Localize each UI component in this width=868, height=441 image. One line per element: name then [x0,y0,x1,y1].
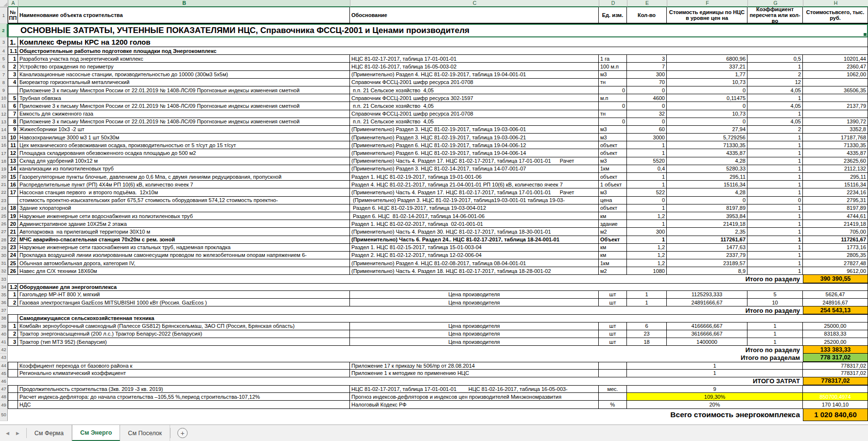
cell-A26[interactable]: 20 [8,220,18,228]
cell-C39[interactable]: Цена производителя [350,322,599,330]
cell-A18[interactable]: 13 [8,157,18,165]
total-label-50[interactable]: Всего стоимость энергокомплекса [350,409,803,421]
column-header-B[interactable]: B [18,0,350,7]
cell-F27[interactable]: 2,35 [667,228,747,236]
cell-H27[interactable]: 705,00 [803,228,868,236]
cell-D19[interactable]: 1км [599,165,627,173]
row-header-29[interactable]: 29 [0,244,8,252]
cell-B45[interactable]: Регионально климатический коэффициент [18,370,350,377]
cell-D28[interactable]: Объект [599,236,627,244]
cell-F13[interactable]: 0 [667,118,747,126]
cell-A15[interactable]: 10 [8,134,18,141]
cell-F20[interactable]: 295,11 [667,173,747,181]
column-header-E[interactable]: E [627,0,667,7]
row-header-8[interactable]: 8 [0,79,8,86]
cell-B22[interactable]: Насосная станция первого и второго подъё… [18,188,350,196]
cell-A21[interactable]: 16 [8,181,18,188]
cell-D15[interactable]: м3 [599,134,627,141]
cell-F10[interactable]: 0,11475 [667,94,747,102]
cell-F15[interactable]: 5,729256 [667,134,747,141]
sheet-tab-0[interactable]: См Ферма [27,425,72,441]
cell-B14[interactable]: Жижесборники 10х3 -2 шт [18,126,350,134]
cell-D27[interactable]: м2 [599,228,627,236]
cell-F22[interactable]: 4,28 [667,188,747,196]
total-row-spacer[interactable] [8,409,350,421]
cell-H48[interactable]: 850700,4974 [803,393,868,401]
cell-C11[interactable]: п.п. 21 Сельское хозяйство 4,05 [350,102,599,110]
cell-H23[interactable]: 2795,31 [803,197,868,204]
column-header-G[interactable]: G [748,0,803,7]
cell-B10[interactable]: Трубная обвязка [18,94,350,102]
cell-D10[interactable]: м.п [599,94,627,102]
cell-A29[interactable]: 23 [8,244,18,252]
cell-A4[interactable]: 1.1. [8,47,18,55]
cell-C25[interactable]: Раздел 6. НЦС 81-02-14-2017, таблица 14-… [350,212,599,220]
cell-B18[interactable]: Склад для удобрений 100х12 м [18,157,350,165]
cell-H31[interactable]: 27827,48 [803,259,868,267]
cell-A49[interactable] [8,401,18,408]
cell-D29[interactable]: км [599,244,627,252]
row-header-3[interactable]: 3 [0,37,8,47]
sheet-tab-2[interactable]: См Поселок [120,425,170,441]
cell-A6[interactable]: 2 [8,63,18,70]
cell-A24[interactable]: 18 [8,204,18,212]
cell-E44-merged[interactable]: 1 [627,362,803,370]
cell-B1[interactable]: Наименование объекта строительства [18,7,350,24]
cell-G36[interactable]: 10 [747,299,803,306]
total-row-spacer[interactable] [8,306,350,314]
cell-E8[interactable]: 70 [627,79,667,86]
cell-A38[interactable] [8,314,18,322]
cell-A12[interactable]: 7 [8,110,18,118]
cell-H32[interactable]: 9612,00 [803,267,868,275]
cell-A5[interactable]: 1 [8,55,18,63]
cell-A11[interactable]: 6 [8,102,18,110]
cell-E15[interactable]: 3000 [627,134,667,141]
cell-D26[interactable]: здание [599,220,627,228]
cell-B19[interactable]: канализации из полиэтиленовых труб [18,165,350,173]
cell-H11[interactable]: 2137,79 [803,102,868,110]
cell-G21[interactable]: 1 [747,181,803,188]
cell-D20[interactable]: объект [599,173,627,181]
cell-E26[interactable]: 1 [627,220,667,228]
cell-A28[interactable]: 22 [8,236,18,244]
cell-F26[interactable]: 21419,18 [667,220,747,228]
cell-C28[interactable]: (Применительно) Часть 6. Раздел 24.. НЦС… [350,236,599,244]
cell-B9[interactable]: Приложение 3 к письму Минстроя России от… [18,86,350,94]
cell-F8[interactable]: 10,73 [667,79,747,86]
row-header-37[interactable]: 37 [0,306,8,314]
row-header-33[interactable]: 33 [0,275,8,283]
cell-E27[interactable]: 300 [627,228,667,236]
cell-E40[interactable]: 23 [627,330,667,338]
cell-F21[interactable]: 15116,34 [667,181,747,188]
cell-C16[interactable]: (Применительно) Раздел 6. НЦС 81-02-19-2… [350,141,599,149]
cell-E10[interactable]: 4600 [627,94,667,102]
total-row-spacer[interactable] [8,346,350,354]
cell-H15[interactable]: 17187,768 [803,134,868,141]
row-header-10[interactable]: 10 [0,94,8,102]
cell-D45[interactable] [599,370,627,377]
cell-H17[interactable]: 4335,87 [803,149,868,157]
add-sheet-button[interactable]: + [177,428,188,438]
cell-H24[interactable]: 8197,89 [803,204,868,212]
cell-C13[interactable]: п.п. 21 Сельское хозяйство 4,05 [350,118,599,126]
cell-C9[interactable]: п.п. 21 Сельское хозяйство 4,05 [350,86,599,94]
cell-H28[interactable]: 117261,67 [803,236,868,244]
cell-B35[interactable]: Газгольдер МР-НТ 800 У, мягкий [18,291,350,299]
cell-B47[interactable]: Продолжительность строительства (3кв. 20… [18,385,350,393]
cell-D21[interactable]: 1 объект [599,181,627,188]
row-header-27[interactable]: 27 [0,228,8,236]
cell-A47[interactable] [8,385,18,393]
row-header-7[interactable]: 7 [0,71,8,79]
row-header-20[interactable]: 20 [0,173,8,181]
cell-C35[interactable]: Цена производителя [350,291,599,299]
cell-B49[interactable]: НДС [18,401,350,408]
cell-G17[interactable]: 1 [747,149,803,157]
cell-B34[interactable]: Оборудование для энергогомплекса [18,283,868,291]
cell-A1[interactable]: № ПП [8,7,18,24]
cell-C8[interactable]: Справочник ФССЦ-2001 шифр ресурса 201-07… [350,79,599,86]
cell-B31[interactable]: Обычная автомобильная дорога, категория … [18,259,350,267]
cell-D48[interactable] [599,393,627,401]
row-header-25[interactable]: 25 [0,212,8,220]
row-header-4[interactable]: 4 [0,47,8,55]
cell-B3[interactable]: Комплекс Фермы КРС на 1200 голов [18,37,868,47]
